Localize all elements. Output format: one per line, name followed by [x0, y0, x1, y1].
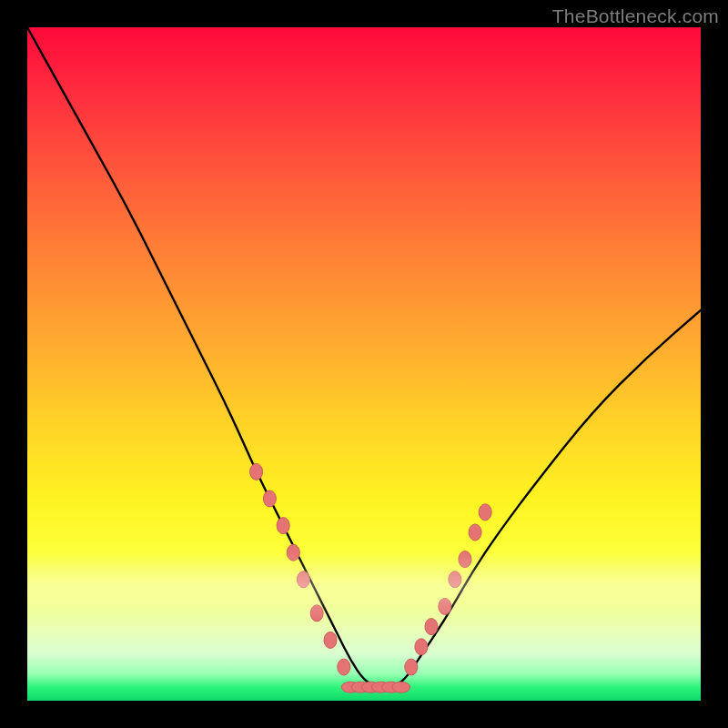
dot-right-4 — [449, 571, 461, 588]
plot-area — [27, 27, 701, 701]
dot-right-3 — [439, 598, 451, 614]
dot-right-0 — [405, 659, 418, 675]
dot-left-2 — [277, 518, 289, 534]
watermark-text: TheBottleneck.com — [552, 5, 719, 27]
dot-right-2 — [425, 619, 438, 635]
curve-svg — [27, 27, 701, 701]
dots-group — [250, 463, 492, 693]
bottleneck-curve — [27, 27, 701, 687]
dot-left-1 — [263, 490, 276, 507]
dot-right-7 — [479, 504, 491, 521]
dot-left-6 — [324, 632, 337, 648]
dot-right-5 — [459, 551, 471, 568]
dot-left-4 — [297, 571, 309, 588]
dot-right-1 — [415, 639, 428, 655]
dot-left-0 — [250, 463, 263, 480]
chart-frame: TheBottleneck.com — [0, 0, 728, 728]
dot-left-3 — [287, 544, 299, 561]
dot-right-6 — [469, 524, 481, 541]
dot-left-7 — [338, 659, 350, 675]
dot-bottom-5 — [392, 682, 410, 693]
dot-left-5 — [310, 605, 323, 622]
